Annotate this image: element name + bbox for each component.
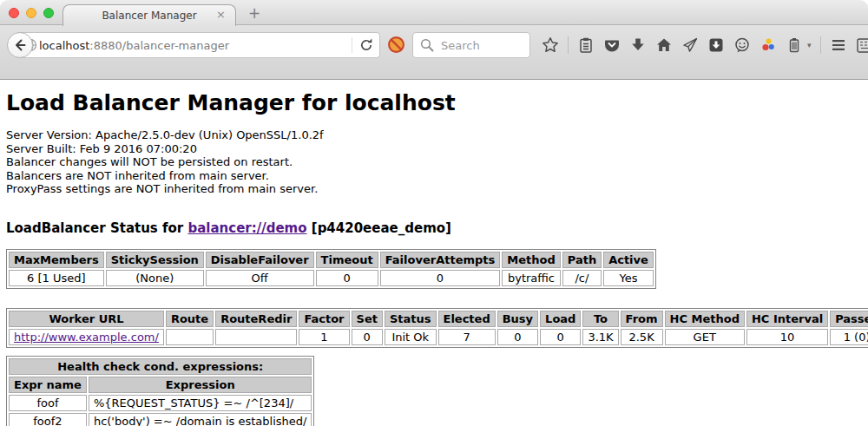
col-active: Active <box>603 252 654 268</box>
col-stickysession: StickySession <box>106 252 204 268</box>
cell-load: 0 <box>540 329 581 345</box>
col-passes: Passes <box>830 311 868 327</box>
status-heading-prefix: LoadBalancer Status for <box>6 220 183 236</box>
cell-route <box>166 329 214 345</box>
cell-maxmembers: 6 [1 Used] <box>9 270 104 286</box>
cell-method: bytraffic <box>502 270 560 286</box>
search-bar[interactable] <box>412 32 530 58</box>
table-row: http://www.example.com/ 1 0 Init Ok 7 0 … <box>9 329 868 345</box>
cell-stickysession: (None) <box>106 270 204 286</box>
search-icon <box>418 36 436 54</box>
cell-expr-name: foof2 <box>9 413 87 426</box>
url-bar[interactable]: localhost:8880/balancer-manager <box>16 32 380 58</box>
status-heading-suffix: [p4420eeae_demo] <box>312 220 451 236</box>
cell-expression: %{REQUEST_STATUS} =~ /^[234]/ <box>89 395 312 411</box>
search-input[interactable] <box>439 38 523 53</box>
cell-timeout: 0 <box>316 270 378 286</box>
menu-hamburger-icon[interactable] <box>830 36 847 54</box>
col-hc-interval: HC Interval <box>746 311 828 327</box>
browser-window: Balancer Manager × + localhost:8880/bala… <box>0 0 868 426</box>
close-window-button[interactable] <box>9 8 19 18</box>
col-busy: Busy <box>497 311 538 327</box>
cell-hc-interval: 10 <box>746 329 828 345</box>
info-line: Balancer changes will NOT be persisted o… <box>6 155 862 169</box>
col-disablefailover: DisableFailover <box>206 252 314 268</box>
col-from: From <box>621 311 663 327</box>
new-tab-button[interactable]: + <box>243 3 266 23</box>
colored-dots-extension-icon[interactable] <box>760 36 777 54</box>
col-elected: Elected <box>438 311 496 327</box>
keyboard-panel-icon[interactable] <box>856 36 868 54</box>
col-maxmembers: MaxMembers <box>9 252 104 268</box>
cell-expr-name: foof <box>9 395 87 411</box>
col-expr-name: Expr name <box>9 377 87 393</box>
balancer-demo-link[interactable]: balancer://demo <box>187 220 306 236</box>
col-method: Method <box>502 252 560 268</box>
cell-disablefailover: Off <box>206 270 314 286</box>
health-check-table: Health check cond. expressions: Expr nam… <box>6 356 314 426</box>
video-download-helper-icon[interactable] <box>707 36 725 54</box>
cell-failoverattempts: 0 <box>380 270 501 286</box>
cell-busy: 0 <box>497 329 538 345</box>
table-header-row: Worker URL Route RouteRedir Factor Set S… <box>9 311 868 327</box>
bookmark-star-icon[interactable] <box>542 36 559 54</box>
hello-smiley-icon[interactable] <box>733 36 751 54</box>
url-host: localhost <box>39 39 89 52</box>
minimize-window-button[interactable] <box>26 8 36 18</box>
window-controls <box>9 8 54 18</box>
col-expression: Expression <box>89 377 312 393</box>
cell-status: Init Ok <box>385 329 437 345</box>
table-header-row: MaxMembers StickySession DisableFailover… <box>9 252 654 268</box>
balancer-status-heading: LoadBalancer Status for balancer://demo … <box>6 220 862 236</box>
cell-worker-url: http://www.example.com/ <box>9 329 164 345</box>
cell-factor: 1 <box>299 329 349 345</box>
pocket-icon[interactable] <box>603 36 621 54</box>
col-routeredir: RouteRedir <box>215 311 297 327</box>
cell-elected: 7 <box>438 329 496 345</box>
url-path: :8880/balancer-manager <box>89 39 229 52</box>
info-line: Server Built: Feb 9 2016 07:00:20 <box>6 142 862 156</box>
cell-path: /c/ <box>562 270 602 286</box>
col-hc-method: HC Method <box>665 311 745 327</box>
col-status: Status <box>385 311 437 327</box>
balancer-settings-table: MaxMembers StickySession DisableFailover… <box>6 249 656 289</box>
clipboard-icon[interactable] <box>577 36 595 54</box>
back-arrow-icon <box>11 36 29 54</box>
table-row: foof2 hc('body') =~ /domain is establish… <box>9 413 312 426</box>
health-table-title: Health check cond. expressions: <box>9 358 312 375</box>
zoom-window-button[interactable] <box>43 8 54 18</box>
col-load: Load <box>540 311 581 327</box>
col-factor: Factor <box>299 311 349 327</box>
server-info: Server Version: Apache/2.5.0-dev (Unix) … <box>6 128 862 196</box>
cell-from: 2.5K <box>621 329 663 345</box>
back-button[interactable] <box>7 32 33 58</box>
page-content: Load Balancer Manager for localhost Serv… <box>0 80 868 426</box>
home-icon[interactable] <box>655 36 673 54</box>
worker-url-link[interactable]: http://www.example.com/ <box>14 331 159 344</box>
tab-balancer-manager[interactable]: Balancer Manager × <box>62 4 236 26</box>
cell-hc-method: GET <box>665 329 745 345</box>
reload-icon[interactable] <box>358 36 375 54</box>
cell-active: Yes <box>603 270 654 286</box>
cell-routeredir <box>215 329 297 345</box>
battery-extension-icon[interactable] <box>786 36 803 54</box>
urlbar-divider <box>352 37 352 53</box>
page-title: Load Balancer Manager for localhost <box>6 90 862 115</box>
send-tab-icon[interactable] <box>681 36 699 54</box>
toolbar-divider <box>568 36 569 54</box>
downloads-icon[interactable] <box>629 36 647 54</box>
tab-title: Balancer Manager <box>102 10 196 22</box>
table-row: 6 [1 Used] (None) Off 0 0 bytraffic /c/ … <box>9 270 654 286</box>
info-line: Balancers are NOT inherited from main se… <box>6 169 862 183</box>
table-header-row: Expr name Expression <box>9 377 312 393</box>
table-title-row: Health check cond. expressions: <box>9 358 312 375</box>
url-text: localhost:8880/balancer-manager <box>39 39 229 52</box>
plugin-blocked-icon[interactable] <box>387 36 405 57</box>
tab-close-icon[interactable]: × <box>216 9 226 20</box>
info-line: Server Version: Apache/2.5.0-dev (Unix) … <box>6 128 862 142</box>
table-row: foof %{REQUEST_STATUS} =~ /^[234]/ <box>9 395 312 411</box>
overflow-caret-icon[interactable]: ▾ <box>807 41 812 49</box>
navigation-toolbar: localhost:8880/balancer-manager <box>0 25 868 80</box>
info-line: ProxyPass settings are NOT inherited fro… <box>6 182 862 196</box>
col-timeout: Timeout <box>316 252 378 268</box>
